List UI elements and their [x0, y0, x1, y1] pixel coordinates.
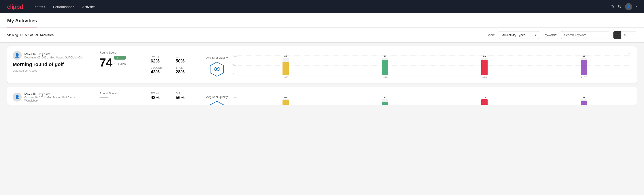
y-label-100: 100	[233, 55, 237, 58]
avatar-chevron-icon: ▾	[636, 6, 637, 8]
user-name-2: Dave Billingham	[24, 92, 83, 96]
stat-gir-2: GIR 56%	[176, 92, 195, 100]
stat-fw-hit: FW Hit 62%	[150, 55, 170, 64]
score-badge: +4	[114, 56, 126, 60]
x-label-putt: PUTT	[536, 76, 631, 79]
card-left: 👤 Dave Billingham December 05, 2021 · Go…	[13, 51, 88, 72]
bar-ott-2: 94	[238, 96, 333, 105]
activity-card-2: 👤 Dave Billingham October 16, 2021 · Gog…	[7, 87, 637, 105]
stats-grid: FW Hit 62% GIR 50% Up/Down 43% 1 Putt 28…	[150, 55, 195, 74]
refresh-icon[interactable]: ↻	[618, 4, 622, 9]
shot-quality-hexagon-2	[209, 100, 225, 105]
card-divider-2	[145, 51, 145, 79]
user-date-2: October 16, 2021 · Gog Magog Golf Club -…	[24, 96, 83, 102]
add-icon[interactable]: ⊕	[610, 4, 614, 9]
teams-chevron-icon: ▾	[44, 6, 45, 8]
keywords-label: Keywords:	[543, 33, 557, 37]
view-toggles: ☰ ⊛ ☰	[614, 31, 637, 39]
stat-gir: GIR 50%	[176, 55, 195, 64]
show-label: Show:	[487, 33, 496, 37]
bar-chart: 100 50 0 85	[233, 51, 631, 79]
y-label-50: 50	[233, 64, 237, 67]
shot-quality-hexagon: 89	[209, 61, 225, 77]
nav-icons: ⊕ ↻ 👤 ▾	[610, 3, 637, 10]
score-section-2: Round Score	[100, 92, 140, 98]
nav-performance[interactable]: Performance ▾	[50, 3, 78, 10]
nav-teams[interactable]: Teams ▾	[30, 3, 48, 10]
bar-putt-2: 87	[536, 96, 631, 105]
hexagon-value: 89	[214, 66, 220, 72]
activity-type-select[interactable]: All Activity Types	[499, 31, 539, 39]
stat-updown: Up/Down 43%	[150, 66, 170, 74]
navbar: clippd Teams ▾ Performance ▾ Activities …	[0, 0, 644, 14]
bar-app-2: 82	[338, 96, 432, 105]
viewing-text: Viewing 12 out of 29 Activities	[7, 33, 483, 37]
stats-grid-2: FW Hit 43% GIR 56%	[150, 92, 195, 100]
card-divider-3	[200, 51, 201, 79]
hexagon-wrapper-2: Avg Shot Quality	[206, 95, 228, 105]
activity-type-filter[interactable]: All Activity Types	[499, 31, 539, 39]
card-left-2: 👤 Dave Billingham October 16, 2021 · Gog…	[13, 92, 88, 104]
user-row-2: 👤 Dave Billingham October 16, 2021 · Gog…	[13, 92, 83, 102]
card-divider-6	[200, 92, 201, 100]
stat-1putt: 1 Putt 28%	[176, 66, 195, 74]
avg-shot-quality-label-2: Avg Shot Quality	[206, 95, 228, 98]
view-grid-button[interactable]: ⊛	[621, 31, 629, 39]
shot-quality-section-2: Avg Shot Quality 100 50 0	[206, 92, 631, 105]
avg-shot-quality-label: Avg Shot Quality	[206, 56, 228, 59]
x-label-ott: OTT	[239, 76, 334, 79]
hexagon-wrapper: Avg Shot Quality 89	[206, 56, 228, 77]
user-row: 👤 Dave Billingham December 05, 2021 · Go…	[13, 51, 83, 60]
filter-bar: Viewing 12 out of 29 Activities Show: Al…	[0, 28, 644, 42]
score-section: Round Score 74 +4 18 Holes	[100, 51, 140, 68]
card-divider-5	[145, 92, 145, 100]
card-divider-4	[94, 92, 94, 100]
round-score-label: Round Score	[100, 51, 140, 54]
y-label-0: 0	[233, 73, 237, 76]
nav-activities[interactable]: Activities	[79, 3, 99, 10]
avatar-2: 👤	[13, 92, 22, 102]
score-main: 74 +4 18 Holes	[100, 56, 140, 68]
view-list-compact-button[interactable]: ☰	[614, 31, 621, 39]
page-title: My Activities	[7, 18, 37, 28]
round-score-label-2: Round Score	[100, 92, 140, 95]
user-name: Dave Billingham	[24, 52, 82, 56]
performance-chevron-icon: ▾	[73, 6, 74, 8]
score-number: 74	[100, 57, 112, 68]
user-date: December 05, 2021 · Gog Magog Golf Club …	[24, 56, 82, 59]
svg-marker-1	[210, 101, 224, 105]
bar-chart-2: 100 50 0 94 82	[233, 92, 631, 105]
search-input[interactable]	[561, 31, 610, 39]
bar-arg-2: 106	[437, 96, 532, 105]
x-label-arg: ARG	[437, 76, 532, 79]
stat-fw-hit-2: FW Hit 43%	[150, 92, 170, 100]
score-holes: 18 Holes	[114, 62, 126, 66]
page-header: My Activities	[0, 14, 644, 28]
shot-quality-section: Avg Shot Quality 89 100 50 0	[206, 51, 631, 79]
activities-list: ✎ 👤 Dave Billingham December 05, 2021 · …	[0, 42, 644, 108]
user-avatar[interactable]: 👤	[625, 3, 632, 10]
data-source: Data Source: Arccos	[13, 69, 83, 72]
score-placeholder	[100, 97, 108, 98]
avatar: 👤	[13, 51, 22, 60]
x-label-app: APP	[338, 76, 433, 79]
card-divider	[94, 51, 94, 79]
view-list-wide-button[interactable]: ☰	[629, 31, 637, 39]
activity-card: ✎ 👤 Dave Billingham December 05, 2021 · …	[7, 46, 637, 84]
app-logo[interactable]: clippd	[7, 3, 23, 10]
activity-title: Morning round of golf	[13, 62, 83, 68]
